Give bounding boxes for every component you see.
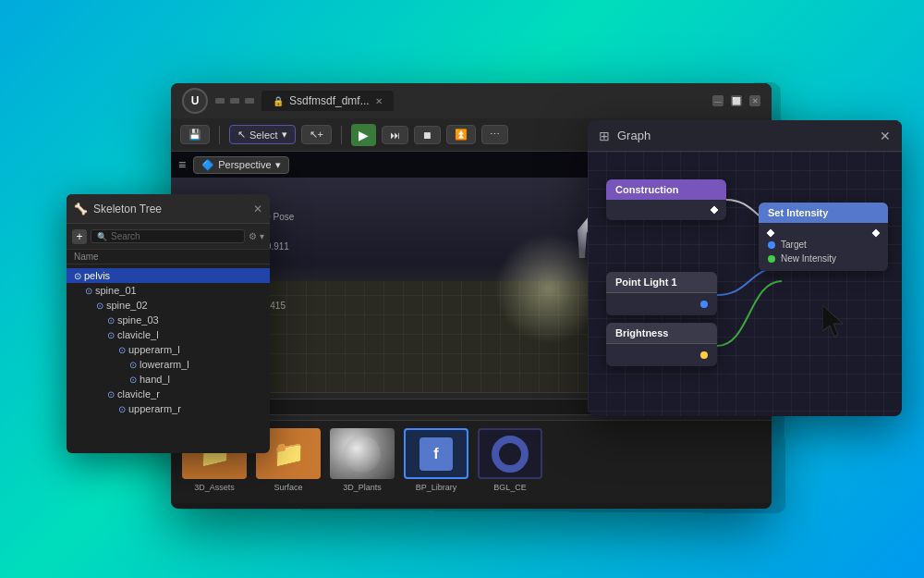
toolbar-separator xyxy=(219,126,220,144)
ring-icon xyxy=(492,436,529,473)
bone-item-spine03[interactable]: ⊙ spine_03 xyxy=(67,313,270,327)
bone-item-spine01[interactable]: ⊙ spine_01 xyxy=(67,283,270,298)
skeleton-toolbar: + 🔍 Search ⚙ ▾ xyxy=(67,224,270,250)
toolbar-separator-2 xyxy=(341,126,342,144)
viewport-icon: 🔷 xyxy=(201,159,214,171)
node-construction-body xyxy=(606,200,726,220)
main-tab[interactable]: 🔒 Ssdfmsdf_dmf... ✕ xyxy=(261,91,394,111)
node-set-intensity[interactable]: Set Intensity Target New Intensity xyxy=(759,203,888,271)
select-button[interactable]: ↖ Select ▾ xyxy=(229,125,296,144)
upload-button[interactable]: ⏫ xyxy=(446,125,476,144)
bone-item-pelvis[interactable]: ⊙ pelvis xyxy=(67,268,270,283)
bone-icon-spine01: ⊙ xyxy=(85,286,92,296)
node-set-intensity-header: Set Intensity xyxy=(759,203,888,223)
skeleton-column-header: Name xyxy=(67,250,270,264)
bone-icon-spine02: ⊙ xyxy=(96,301,103,311)
node-point-light-body xyxy=(606,293,717,315)
bone-item-clavicle-r[interactable]: ⊙ clavicle_r xyxy=(67,387,270,401)
bone-item-upperarm-r[interactable]: ⊙ upperarm_r xyxy=(67,401,270,416)
node-point-light-header: Point Light 1 xyxy=(606,272,717,293)
bp-icon: f xyxy=(419,437,453,471)
bone-item-spine02[interactable]: ⊙ spine_02 xyxy=(67,298,270,313)
asset-name-bgl-ce: BGL_CE xyxy=(493,483,527,492)
graph-grid-icon: ⊞ xyxy=(599,129,610,143)
stop-button[interactable]: ⏹ xyxy=(414,126,441,144)
tab-title: Ssdfmsdf_dmf... xyxy=(289,94,370,107)
bone-name-lowerarm-l: lowerarm_l xyxy=(140,359,189,370)
bone-item-hand-l[interactable]: ⊙ hand_l xyxy=(67,372,270,387)
skeleton-add-button[interactable]: + xyxy=(72,229,87,244)
target-pin xyxy=(768,241,775,249)
asset-name-bp-library: BP_Library xyxy=(416,483,457,492)
graph-titlebar: ⊞ Graph ✕ xyxy=(588,120,902,152)
bone-icon-clavicle-r: ⊙ xyxy=(107,389,115,400)
node-point-light-label: Point Light 1 xyxy=(615,277,677,288)
bone-item-upperarm-l[interactable]: ⊙ upperarm_l xyxy=(67,342,270,357)
more-options-button[interactable]: ⋯ xyxy=(481,125,508,144)
node-brightness-label: Brightness xyxy=(615,327,668,338)
node-point-light[interactable]: Point Light 1 xyxy=(606,272,717,315)
asset-name-3d-assets: 3D_Assets xyxy=(194,483,235,492)
close-button[interactable]: ✕ xyxy=(749,95,760,106)
bone-icon-pelvis: ⊙ xyxy=(74,271,81,281)
bone-name-hand-l: hand_l xyxy=(140,374,170,385)
select-dropdown-icon: ▾ xyxy=(282,129,287,141)
add-button[interactable]: ↖+ xyxy=(301,125,332,144)
bone-name-spine01: spine_01 xyxy=(95,285,137,296)
bone-item-lowerarm-l[interactable]: ⊙ lowerarm_l xyxy=(67,357,270,372)
lock-icon: 🔒 xyxy=(273,96,284,106)
point-light-out-pin xyxy=(615,299,708,310)
skeleton-close-button[interactable]: ✕ xyxy=(253,203,262,215)
step-button[interactable]: ⏭ xyxy=(382,126,408,144)
asset-thumb-3d-plants xyxy=(330,428,395,479)
svg-marker-2 xyxy=(822,305,843,337)
add-icon: ↖+ xyxy=(310,129,323,141)
node-construction-label: Construction xyxy=(615,184,678,195)
ue-logo: U xyxy=(182,88,208,114)
node-brightness[interactable]: Brightness xyxy=(606,323,717,366)
new-intensity-label: New Intensity xyxy=(781,253,836,264)
graph-canvas[interactable]: Construction Set Intensity xyxy=(588,152,902,416)
bone-icon-spine03: ⊙ xyxy=(107,315,115,326)
save-button[interactable]: 💾 xyxy=(180,125,210,144)
bone-name-clavicle-r: clavicle_r xyxy=(117,388,160,400)
bone-name-upperarm-r: upperarm_r xyxy=(128,403,181,414)
perspective-dropdown[interactable]: 🔷 Perspective ▾ xyxy=(193,156,288,174)
viewport-menu-icon[interactable]: ≡ xyxy=(178,157,186,172)
play-button[interactable]: ▶ xyxy=(351,124,376,146)
bone-icon-lowerarm-l: ⊙ xyxy=(129,360,137,370)
skeleton-search-icon: 🔍 xyxy=(97,232,107,241)
window-controls: — ⬜ ✕ xyxy=(712,95,760,106)
skeleton-titlebar: 🦴 Skeleton Tree ✕ xyxy=(67,194,270,224)
minimize-button[interactable]: — xyxy=(712,95,723,106)
bone-name-spine02: spine_02 xyxy=(106,300,148,311)
bone-item-clavicle-l[interactable]: ⊙ clavicle_l xyxy=(67,327,270,342)
set-intensity-target-pin: Target xyxy=(768,238,879,252)
maximize-button[interactable]: ⬜ xyxy=(731,95,742,106)
skeleton-tree-panel: 🦴 Skeleton Tree ✕ + 🔍 Search ⚙ ▾ Name ⊙ … xyxy=(67,194,270,453)
skeleton-search-placeholder: Search xyxy=(111,231,140,241)
asset-item-bp-library[interactable]: f BP_Library xyxy=(404,428,468,492)
graph-close-button[interactable]: ✕ xyxy=(880,129,891,143)
exec-pin-out xyxy=(711,206,718,214)
skeleton-search-box[interactable]: 🔍 Search xyxy=(91,229,245,243)
brightness-out-pin xyxy=(615,350,708,361)
bone-name-pelvis: pelvis xyxy=(84,270,110,281)
node-construction-exec-out xyxy=(615,205,717,215)
bone-icon-upperarm-r: ⊙ xyxy=(118,404,126,414)
exec-pin-in xyxy=(767,229,774,237)
asset-name-3d-plants: 3D_Plants xyxy=(343,483,382,492)
set-intensity-exec-in xyxy=(768,228,879,238)
skeleton-settings-button[interactable]: ⚙ ▾ xyxy=(249,231,264,241)
point-light-out xyxy=(700,301,708,308)
asset-item-bgl-ce[interactable]: BGL_CE xyxy=(478,428,542,492)
node-construction[interactable]: Construction xyxy=(606,179,726,220)
new-intensity-pin xyxy=(768,255,775,263)
node-brightness-header: Brightness xyxy=(606,323,717,344)
tab-row: 🔒 Ssdfmsdf_dmf... ✕ xyxy=(261,91,705,111)
exec-pin-out-2 xyxy=(872,229,880,237)
asset-item-3d-plants[interactable]: 3D_Plants xyxy=(330,428,395,492)
node-set-intensity-body: Target New Intensity xyxy=(759,223,888,271)
asset-thumb-bp-library: f xyxy=(404,428,468,479)
tab-close-button[interactable]: ✕ xyxy=(375,96,383,106)
